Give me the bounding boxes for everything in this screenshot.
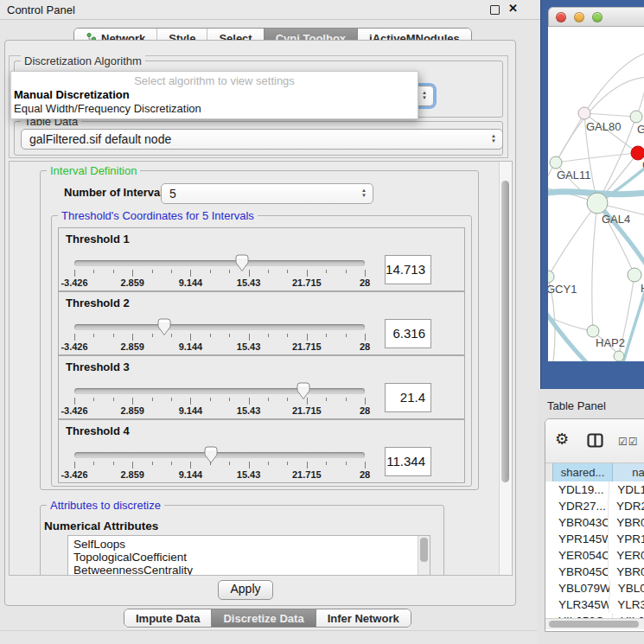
number-of-intervals-label: Number of Intervals [64,186,169,199]
network-edge[interactable] [584,113,636,117]
list-scrollbar[interactable] [418,536,430,576]
cell-shared-name: YBR043C [552,514,609,531]
slider-ticks [74,398,365,405]
table-row[interactable]: YER054CYER0 [545,547,644,564]
table-row[interactable]: YLR345WYLR3 [545,596,644,613]
network-edge[interactable] [584,53,644,113]
list-scrollbar-thumb[interactable] [420,538,428,562]
attribute-item-betweennesscentrality[interactable]: BetweennessCentrality [68,564,430,576]
network-edge[interactable] [556,153,638,163]
cell-shared-name: YBR045C [552,564,609,580]
table-row[interactable]: YBR045CYBR0 [545,564,644,580]
threshold-value-box[interactable]: 11.344 [385,447,431,476]
apply-button[interactable]: Apply [218,580,273,600]
threshold-value-box[interactable]: 21.4 [385,383,431,412]
select-columns-icon[interactable]: ☑☑ [618,436,639,448]
table-panel: Table Panel ⚙ ☑☑ shared... na... YDL19..… [538,389,644,644]
node-label: GCY1 [548,283,577,296]
table-scrollbar-thumb[interactable] [549,621,639,628]
table-window: ⚙ ☑☑ shared... na... YDL19...YDL1YDR27..… [545,418,644,632]
column-header-shared-name[interactable]: shared... [552,463,613,482]
network-node-gal4[interactable] [587,193,608,214]
attribute-item-selfloops[interactable]: SelfLoops [68,536,430,551]
network-node-ga[interactable] [630,111,642,123]
network-node-h[interactable] [628,268,641,282]
split-view-icon[interactable] [587,433,603,448]
attribute-item-topologicalcoefficient[interactable]: TopologicalCoefficient [68,551,430,564]
cell-name: YBL0 [610,580,644,596]
cell-name: YER0 [609,547,644,564]
thresholds-group-title: Threshold's Coordinates for 5 Intervals [58,209,258,222]
node-label: GAL80 [586,120,621,133]
combo-stepper-icon: ▲▼ [422,90,427,100]
discretization-algorithm-group-title: Discretization Algorithm [21,54,145,67]
tab-label: Infer Network [328,612,399,625]
table-row[interactable]: YPR145WYPR1 [545,531,644,547]
threshold-slider-track[interactable] [74,388,365,394]
popup-option-manual-discretization[interactable]: Manual Discretization [11,88,418,102]
slider-tick-labels: -3.4262.8599.14415.4321.71528 [74,277,365,287]
slider-tick-labels: -3.4262.8599.14415.4321.71528 [74,469,365,479]
network-edge[interactable] [592,203,597,331]
cell-name: YBR0 [609,564,644,580]
tab-label: Discretize Data [223,612,303,625]
float-window-icon[interactable] [490,5,500,15]
threshold-label: Threshold 4 [66,424,130,437]
popup-option-equal-width-frequency[interactable]: Equal Width/Frequency Discretization [11,102,418,116]
table-rows: YDL19...YDL1YDR27...YDR2YBR043CYBR0YPR14… [545,481,644,618]
slider-ticks [74,462,365,469]
table-panel-title: Table Panel [547,399,606,412]
table-data-combobox[interactable]: galFiltered.sif default node ▲▼ [21,129,503,150]
threshold-slider-track[interactable] [74,324,365,330]
table-row[interactable]: YDR27...YDR2 [545,498,644,514]
app-root: Control Panel ✕ NetworkStyleSelectCyni T… [0,0,644,644]
settings-scrollbar-thumb[interactable] [501,181,509,482]
zoom-traffic-light[interactable] [592,12,603,22]
table-horizontal-scrollbar[interactable] [545,618,644,629]
network-node-gal80[interactable] [578,107,590,119]
column-header-name[interactable]: na... [613,463,644,482]
cell-name: YDR2 [609,498,644,514]
threshold-slider-track[interactable] [74,260,365,266]
cell-shared-name: YBL079W [552,580,610,596]
cell-shared-name: YER054C [552,547,609,564]
tab-label: Impute Data [136,612,200,625]
cell-name: YDL1 [609,481,644,498]
number-of-intervals-combobox[interactable]: 5 ▲▼ [161,183,373,204]
threshold-row: Threshold 1 -3.4262.8599.14415.4321.7152… [58,227,465,291]
cell-name: YLR3 [609,596,644,613]
network-node-hap2[interactable] [587,325,599,337]
gear-icon[interactable]: ⚙ [555,430,569,449]
tab-impute-data[interactable]: Impute Data [124,609,211,627]
threshold-label: Threshold 2 [66,296,130,309]
popup-placeholder: Select algorithm to view settings [11,74,418,88]
minimize-traffic-light[interactable] [574,12,584,22]
attributes-group-title: Attributes to discretize [47,499,164,512]
bottom-tab-bar: Impute DataDiscretize DataInfer Network [124,609,411,628]
network-node-unlabeled[interactable] [614,351,624,361]
network-node-gcy1[interactable] [548,271,554,283]
threshold-value-box[interactable]: 6.316 [385,319,431,348]
combo-stepper-icon: ▲▼ [361,188,367,198]
node-label: GA [637,123,644,136]
tab-discretize-data[interactable]: Discretize Data [211,609,315,627]
threshold-slider-track[interactable] [74,452,365,458]
algorithm-dropdown-popup: Select algorithm to view settings Manual… [10,71,418,119]
table-row[interactable]: YDL19...YDL1 [545,481,644,498]
close-icon[interactable]: ✕ [508,2,518,15]
network-node-gal11[interactable] [550,156,562,169]
numerical-attributes-list[interactable]: SelfLoopsTopologicalCoefficientBetweenne… [67,535,430,576]
threshold-row: Threshold 3 -3.4262.8599.14415.4321.7152… [58,355,465,419]
threshold-label: Threshold 3 [66,360,130,373]
network-canvas[interactable]: GAL80GACGAL11GAL4GCY1HHAP2 [548,27,644,361]
close-traffic-light[interactable] [556,12,566,22]
threshold-value-box[interactable]: 14.713 [385,255,431,284]
table-row[interactable]: YBL079WYBL0 [545,580,644,596]
network-edge[interactable] [548,203,597,277]
table-row[interactable]: YBR043CYBR0 [545,514,644,531]
settings-scroll-area: Interval Definition Number of Intervals … [9,161,513,576]
table-toolbar: ⚙ ☑☑ [545,419,644,462]
tab-infer-network[interactable]: Infer Network [316,609,411,627]
cell-name: YBR0 [609,514,644,531]
network-window-titlebar[interactable] [548,7,644,28]
